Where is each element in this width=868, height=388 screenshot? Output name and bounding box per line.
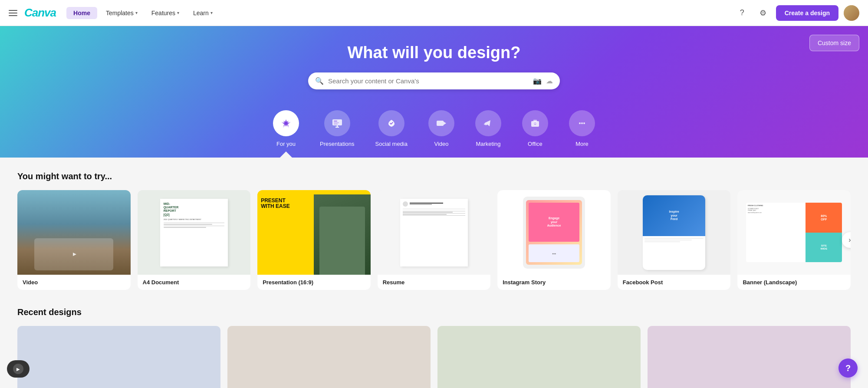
for-you-label: For you bbox=[276, 141, 296, 147]
social-media-label: Social media bbox=[375, 141, 408, 147]
thumb-insta-phone: Engage your Audience ●●● bbox=[523, 197, 585, 269]
thumb-resume-bg bbox=[378, 190, 491, 275]
for-you-icon-circle bbox=[273, 110, 299, 136]
card-resume-label: Resume bbox=[378, 275, 491, 290]
thumb-banner-bg: FRESH CLOTHING ULTIMATE BLACKFRIDAY SALE… bbox=[737, 190, 851, 275]
recent-design-1[interactable] bbox=[17, 326, 220, 388]
category-office[interactable]: Office bbox=[512, 103, 559, 158]
card-facebook[interactable]: Inspire your Feed bbox=[618, 190, 731, 290]
thumb-insta-content: Engage your Audience ●●● bbox=[526, 200, 582, 265]
thumb-a4-paper: MID- QUARTER REPORT [Q2] 2024 QUARTERLY … bbox=[160, 199, 228, 266]
thumb-fb-blue-text: Inspire your Feed bbox=[667, 208, 681, 223]
video-label: Video bbox=[434, 141, 448, 147]
thumb-a4-bg: MID- QUARTER REPORT [Q2] 2024 QUARTERLY … bbox=[138, 190, 251, 275]
menu-icon[interactable] bbox=[9, 10, 17, 16]
video-bubble-icon: ▶ bbox=[13, 364, 23, 374]
svg-point-15 bbox=[583, 122, 585, 124]
category-social-media[interactable]: Social media bbox=[365, 103, 418, 158]
video-landscape bbox=[17, 190, 131, 275]
hero-title: What will you design? bbox=[9, 43, 859, 62]
card-presentation[interactable]: PRESENT WITH EASE Presentation (16:9) bbox=[257, 190, 371, 290]
navbar-left: Canva Home Templates ▾ Features ▾ Learn … bbox=[9, 6, 218, 20]
upload-icon[interactable]: ☁ bbox=[546, 77, 553, 85]
search-right-icons: 📷 ☁ bbox=[533, 77, 553, 85]
card-video-thumb bbox=[17, 190, 131, 275]
home-button[interactable]: Home bbox=[66, 7, 97, 19]
category-row: For you Presentations bbox=[9, 103, 859, 158]
more-label: More bbox=[575, 141, 589, 147]
hero-banner: Custom size What will you design? 🔍 📷 ☁ … bbox=[0, 26, 868, 158]
recent-design-2[interactable] bbox=[227, 326, 431, 388]
card-video-label: Video bbox=[17, 275, 131, 290]
svg-rect-1 bbox=[334, 121, 337, 122]
svg-rect-3 bbox=[334, 124, 338, 125]
thumb-fb-phone: Inspire your Feed bbox=[643, 195, 705, 270]
card-resume[interactable]: Resume bbox=[378, 190, 491, 290]
features-chevron-icon: ▾ bbox=[177, 10, 179, 15]
search-bar: 🔍 📷 ☁ bbox=[308, 72, 560, 89]
social-media-icon-circle bbox=[378, 110, 404, 136]
learn-chevron-icon: ▾ bbox=[210, 10, 213, 15]
recent-designs-row bbox=[17, 326, 851, 388]
card-a4[interactable]: MID- QUARTER REPORT [Q2] 2024 QUARTERLY … bbox=[138, 190, 251, 290]
svg-point-8 bbox=[484, 123, 486, 125]
presentations-label: Presentations bbox=[320, 141, 355, 147]
card-facebook-thumb: Inspire your Feed bbox=[618, 190, 731, 275]
learn-nav-button[interactable]: Learn ▾ bbox=[188, 7, 218, 19]
settings-icon-button[interactable]: ⚙ bbox=[755, 5, 771, 21]
category-more[interactable]: More bbox=[559, 103, 605, 158]
thumb-insta-bg: Engage your Audience ●●● bbox=[497, 190, 611, 275]
video-icon-circle bbox=[428, 110, 454, 136]
card-a4-thumb: MID- QUARTER REPORT [Q2] 2024 QUARTERLY … bbox=[138, 190, 251, 275]
card-instagram[interactable]: Engage your Audience ●●● bbox=[497, 190, 611, 290]
templates-nav-button[interactable]: Templates ▾ bbox=[101, 7, 143, 19]
svg-marker-16 bbox=[73, 253, 76, 256]
card-banner[interactable]: FRESH CLOTHING ULTIMATE BLACKFRIDAY SALE… bbox=[737, 190, 851, 290]
card-instagram-thumb: Engage your Audience ●●● bbox=[497, 190, 611, 275]
category-marketing[interactable]: Marketing bbox=[465, 103, 512, 158]
card-facebook-label: Facebook Post bbox=[618, 275, 731, 290]
office-icon-circle bbox=[522, 110, 548, 136]
more-icon-circle bbox=[569, 110, 595, 136]
video-bubble[interactable]: ▶ bbox=[7, 360, 30, 378]
svg-marker-7 bbox=[444, 122, 446, 125]
svg-rect-12 bbox=[534, 123, 536, 124]
marketing-label: Marketing bbox=[476, 141, 500, 147]
recent-section-title: Recent designs bbox=[17, 307, 851, 317]
card-banner-label: Banner (Landscape) bbox=[737, 275, 851, 290]
help-bubble[interactable]: ? bbox=[838, 358, 858, 378]
features-nav-button[interactable]: Features ▾ bbox=[146, 7, 184, 19]
navbar: Canva Home Templates ▾ Features ▾ Learn … bbox=[0, 0, 868, 26]
canva-logo[interactable]: Canva bbox=[24, 6, 56, 20]
card-banner-thumb: FRESH CLOTHING ULTIMATE BLACKFRIDAY SALE… bbox=[737, 190, 851, 275]
recent-design-4[interactable] bbox=[648, 326, 851, 388]
marketing-icon-circle bbox=[475, 110, 501, 136]
create-design-button[interactable]: Create a design bbox=[776, 5, 838, 21]
search-input[interactable] bbox=[328, 77, 529, 85]
card-video[interactable]: Video bbox=[17, 190, 131, 290]
custom-size-button[interactable]: Custom size bbox=[809, 35, 859, 51]
office-label: Office bbox=[528, 141, 542, 147]
category-for-you[interactable]: For you bbox=[263, 103, 309, 158]
try-cards-row: Video MID- QUARTER REPORT [Q2] 2024 Q bbox=[17, 190, 851, 290]
card-presentation-thumb: PRESENT WITH EASE bbox=[257, 190, 371, 275]
svg-rect-10 bbox=[533, 120, 537, 122]
thumb-resume-paper bbox=[400, 199, 468, 266]
category-presentations[interactable]: Presentations bbox=[309, 103, 365, 158]
avatar[interactable] bbox=[844, 5, 859, 21]
search-bar-wrapper: 🔍 📷 ☁ bbox=[9, 72, 859, 89]
recent-design-3[interactable] bbox=[437, 326, 641, 388]
templates-chevron-icon: ▾ bbox=[135, 10, 138, 15]
card-a4-label: A4 Document bbox=[138, 275, 251, 290]
svg-rect-6 bbox=[437, 121, 444, 126]
search-icon: 🔍 bbox=[315, 77, 324, 85]
svg-point-13 bbox=[579, 122, 581, 124]
camera-icon[interactable]: 📷 bbox=[533, 77, 542, 85]
try-section-title: You might want to try... bbox=[17, 171, 851, 181]
category-video[interactable]: Video bbox=[418, 103, 465, 158]
help-icon-button[interactable]: ? bbox=[734, 5, 750, 21]
avatar-image bbox=[844, 5, 859, 21]
card-instagram-label: Instagram Story bbox=[497, 275, 611, 290]
svg-rect-2 bbox=[334, 122, 339, 123]
card-presentation-label: Presentation (16:9) bbox=[257, 275, 371, 290]
